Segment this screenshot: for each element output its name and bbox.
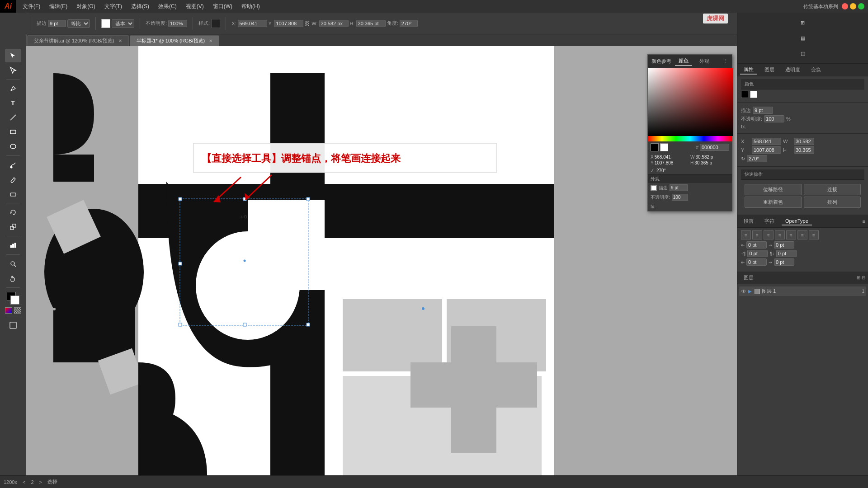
y-coord-input[interactable]	[752, 146, 781, 154]
window-close-button[interactable]	[842, 3, 848, 9]
color-panel-expand[interactable]: ⋮	[723, 58, 728, 64]
align-center-button[interactable]: ≡	[752, 230, 762, 239]
tab-transform[interactable]: 变换	[807, 66, 825, 74]
menu-select[interactable]: 选择(S)	[127, 2, 154, 11]
direct-select-tool[interactable]	[5, 63, 21, 77]
ellipse-tool[interactable]	[5, 140, 21, 153]
angle-section-input[interactable]	[747, 155, 767, 162]
gradient-button[interactable]	[5, 307, 12, 314]
tab-layers-bottom[interactable]: 图层	[740, 273, 757, 282]
stroke-small-input[interactable]	[670, 184, 688, 191]
type-tool[interactable]: T	[5, 96, 21, 110]
select-tool[interactable]	[5, 49, 21, 62]
screen-mode-button[interactable]	[5, 319, 21, 332]
rotate-tool[interactable]	[5, 206, 21, 219]
tab-character[interactable]: 字符	[761, 217, 778, 225]
pen-tool[interactable]	[5, 82, 21, 95]
fill-color-swatch[interactable]	[101, 19, 110, 28]
paintbrush-tool[interactable]	[5, 158, 21, 172]
white-swatch[interactable]	[660, 143, 668, 151]
justify-right-button[interactable]: ≡	[797, 230, 807, 239]
menu-edit[interactable]: 编辑(E)	[45, 2, 72, 11]
menu-file[interactable]: 文件(F)	[18, 2, 45, 11]
color-spectrum[interactable]	[648, 68, 732, 136]
tab-paragraph[interactable]: 段落	[740, 217, 757, 225]
tab-layers-header[interactable]: 图层	[761, 66, 778, 74]
transform-icon-btn[interactable]: ◫	[796, 47, 810, 60]
line-tool[interactable]	[5, 111, 21, 124]
layer-1-visibility[interactable]: 👁	[741, 288, 746, 295]
w-input[interactable]	[319, 20, 349, 27]
black-swatch[interactable]	[651, 143, 659, 151]
first-indent-input[interactable]	[746, 258, 767, 266]
fill-indicator[interactable]	[651, 185, 657, 191]
arrange-button[interactable]: 排列	[804, 197, 861, 208]
align-left-button[interactable]: ≡	[741, 230, 751, 239]
menu-effect[interactable]: 效果(C)	[154, 2, 181, 11]
tab-0-close[interactable]: ✕	[118, 38, 122, 43]
angle-input[interactable]	[400, 20, 418, 27]
fill-color-preview[interactable]	[741, 91, 748, 98]
window-maximize-button[interactable]	[858, 3, 864, 9]
properties-icon-btn[interactable]: ⊞	[796, 16, 810, 29]
h-coord-input[interactable]	[794, 146, 814, 154]
opacity-input[interactable]	[168, 20, 187, 27]
nav-next[interactable]: >	[39, 479, 42, 485]
w-coord-input[interactable]	[794, 138, 814, 145]
menu-view[interactable]: 视图(V)	[181, 2, 208, 11]
menu-help[interactable]: 帮助(H)	[237, 2, 264, 11]
pencil-tool[interactable]	[5, 173, 21, 186]
color-tab-color[interactable]: 颜色	[675, 56, 692, 66]
indent-left-input[interactable]	[746, 241, 767, 249]
join-button[interactable]: 连接	[804, 184, 861, 195]
menu-object[interactable]: 对象(O)	[72, 2, 99, 11]
layers-expand-icon[interactable]: ⊞ ⊟	[857, 275, 865, 280]
menu-window[interactable]: 窗口(W)	[208, 2, 237, 11]
x-coord-input[interactable]	[752, 138, 781, 145]
tab-1[interactable]: 半标题-1* @ 100% (RGB/预览) ✕	[130, 35, 220, 46]
stroke-section-input[interactable]	[753, 107, 773, 114]
eraser-tool[interactable]	[5, 187, 21, 201]
tab-properties[interactable]: 属性	[740, 65, 757, 75]
nav-prev[interactable]: <	[23, 479, 25, 485]
color-hue-bar[interactable]	[648, 136, 732, 141]
y-input[interactable]	[274, 20, 303, 27]
hex-color-input[interactable]	[700, 144, 729, 151]
layer-1-row[interactable]: 👁 ▶ 图层 1 1	[739, 286, 866, 296]
tab-transparency[interactable]: 透明度	[782, 66, 804, 74]
rect-tool[interactable]	[5, 125, 21, 139]
justify-all-button[interactable]: ≡	[809, 230, 819, 239]
scale-tool[interactable]	[5, 220, 21, 234]
align-right-button[interactable]: ≡	[764, 230, 774, 239]
fill-stroke-swatches[interactable]	[5, 290, 21, 306]
stroke-type-select[interactable]: 等比	[67, 19, 90, 28]
layers-icon-btn[interactable]: ▤	[796, 32, 810, 44]
justify-center-button[interactable]: ≡	[786, 230, 796, 239]
x-input[interactable]	[238, 20, 267, 27]
recolor-button[interactable]: 重新着色	[745, 197, 802, 208]
tab-1-close[interactable]: ✕	[209, 38, 212, 43]
canvas-area[interactable]: 【直接选择工具】调整锚点，将笔画连接起来 +	[26, 46, 737, 475]
fill-type-select[interactable]: 基本	[112, 19, 134, 28]
stroke-swatch[interactable]	[10, 296, 19, 305]
opacity-small-input[interactable]	[672, 194, 688, 201]
space-after-input[interactable]	[776, 250, 797, 257]
last-indent-input[interactable]	[774, 258, 794, 266]
offset-path-button[interactable]: 位移路径	[745, 184, 802, 195]
stroke-color-preview[interactable]	[750, 91, 757, 98]
zoom-tool[interactable]	[5, 257, 21, 271]
justify-left-button[interactable]: ≡	[775, 230, 785, 239]
chart-tool[interactable]	[5, 239, 21, 252]
opacity-section-input[interactable]	[764, 115, 784, 122]
color-tab-appearance[interactable]: 外观	[696, 57, 713, 66]
tab-opentype[interactable]: OpenType	[782, 217, 812, 225]
panel-expand-icon[interactable]: ≡	[863, 219, 865, 224]
space-before-input[interactable]	[747, 250, 768, 257]
h-input[interactable]	[356, 20, 386, 27]
indent-right-input[interactable]	[774, 241, 794, 249]
style-swatch[interactable]	[211, 19, 220, 28]
tab-0[interactable]: 父亲节讲解.ai @ 1200% (RGB/预览) ✕	[27, 35, 129, 46]
layer-1-expand-icon[interactable]: ▶	[748, 289, 752, 294]
menu-text[interactable]: 文字(T)	[100, 2, 127, 11]
hand-tool[interactable]	[5, 272, 21, 285]
